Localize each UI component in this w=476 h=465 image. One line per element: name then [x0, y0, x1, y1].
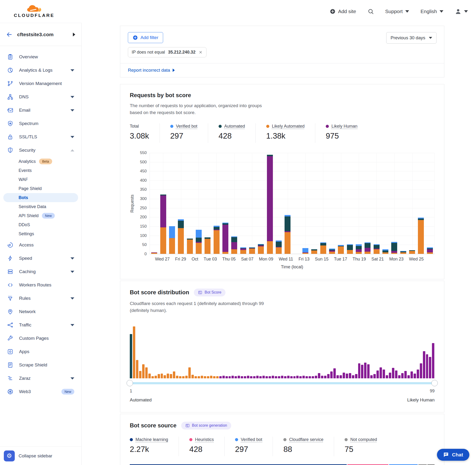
sidebar-subitem-waf[interactable]: WAF: [3, 175, 78, 184]
histogram-bar-score-68[interactable]: [337, 375, 339, 378]
add-site-button[interactable]: Add site: [330, 9, 356, 14]
histogram-bar-score-5[interactable]: [142, 364, 145, 378]
sidebar-item-network[interactable]: Network: [0, 305, 81, 318]
stacked-bar[interactable]: [214, 226, 220, 254]
histogram-bar-score-33[interactable]: [229, 376, 231, 378]
histogram-bar-score-31[interactable]: [222, 376, 225, 378]
sidebar-item-scrape-shield[interactable]: Scrape Shield: [0, 358, 81, 372]
sidebar-item-workers-routes[interactable]: Workers Routes: [0, 278, 81, 292]
sidebar-item-email[interactable]: Email: [0, 104, 81, 117]
histogram-bar-score-2[interactable]: [133, 327, 135, 378]
histogram-bar-score-8[interactable]: [151, 376, 154, 378]
histogram-bar-score-30[interactable]: [219, 376, 222, 378]
histogram-bar-score-21[interactable]: [191, 375, 194, 378]
account-menu[interactable]: [455, 8, 468, 15]
histogram-bar-score-32[interactable]: [225, 376, 228, 378]
stacked-bar[interactable]: [267, 155, 273, 254]
histogram-bar-score-22[interactable]: [195, 376, 197, 378]
stacked-bar[interactable]: [320, 242, 326, 254]
stacked-bar[interactable]: [205, 237, 211, 254]
histogram-bar-score-69[interactable]: [339, 375, 342, 378]
stacked-bar[interactable]: [302, 248, 308, 254]
score-range-slider[interactable]: [130, 382, 434, 384]
histogram-bar-score-67[interactable]: [333, 368, 336, 378]
stacked-bar[interactable]: [231, 236, 237, 254]
add-filter-button[interactable]: Add filter: [128, 32, 163, 43]
histogram-bar-score-18[interactable]: [182, 376, 185, 378]
histogram-bar-score-99[interactable]: [432, 343, 434, 378]
sidebar-item-dns[interactable]: DNS: [0, 90, 81, 104]
histogram-bar-score-25[interactable]: [204, 376, 206, 378]
collapse-sidebar-button[interactable]: Collapse sidebar: [19, 453, 52, 459]
histogram-bar-score-55[interactable]: [296, 376, 299, 378]
histogram-bar-score-16[interactable]: [176, 376, 178, 378]
filter-chip[interactable]: IP does not equal 35.212.240.32: [128, 47, 206, 57]
histogram-bar-score-54[interactable]: [293, 376, 296, 378]
stacked-bar[interactable]: [169, 226, 175, 254]
histogram-bar-score-93[interactable]: [414, 374, 416, 378]
sidebar-subitem-analytics[interactable]: AnalyticsBeta: [3, 157, 78, 166]
stacked-bar[interactable]: [196, 230, 202, 254]
histogram-bar-score-83[interactable]: [383, 370, 385, 378]
language-menu[interactable]: English: [421, 9, 443, 14]
histogram-bar-score-88[interactable]: [398, 375, 401, 378]
sidebar-subitem-events[interactable]: Events: [3, 166, 78, 175]
site-selector[interactable]: cftestsite3.com: [0, 23, 81, 46]
sidebar-item-custom-pages[interactable]: Custom Pages: [0, 332, 81, 345]
sidebar-item-overview[interactable]: Overview: [0, 50, 81, 63]
search-icon[interactable]: [368, 8, 374, 14]
sidebar-subitem-sensitive-data[interactable]: Sensitive Data: [3, 202, 78, 211]
sidebar-item-security[interactable]: Security: [0, 144, 81, 157]
close-icon[interactable]: [199, 50, 203, 54]
histogram-bar-score-94[interactable]: [417, 370, 419, 378]
stacked-bar[interactable]: [151, 252, 157, 254]
histogram-bar-score-86[interactable]: [392, 368, 394, 378]
histogram-bar-score-61[interactable]: [315, 376, 317, 378]
histogram-bar-score-1[interactable]: [130, 334, 132, 378]
histogram-bar-score-70[interactable]: [343, 373, 345, 378]
stacked-bar[interactable]: [400, 251, 406, 254]
histogram-bar-score-66[interactable]: [330, 371, 333, 378]
bot-score-generation-badge[interactable]: Bot score generation: [181, 422, 231, 430]
stacked-bar[interactable]: [427, 247, 433, 254]
histogram-bar-score-13[interactable]: [167, 374, 169, 378]
histogram-bar-score-49[interactable]: [278, 376, 280, 378]
bot-score-badge[interactable]: Bot Score: [194, 289, 225, 296]
histogram-bar-score-90[interactable]: [404, 371, 407, 378]
histogram-bar-score-35[interactable]: [234, 376, 237, 378]
histogram-bar-score-34[interactable]: [232, 376, 234, 378]
stacked-bar[interactable]: [409, 250, 415, 254]
histogram-bar-score-46[interactable]: [269, 376, 271, 378]
report-incorrect-data-link[interactable]: Report incorrect data: [128, 68, 175, 73]
stacked-bar[interactable]: [249, 247, 255, 254]
histogram-bar-score-45[interactable]: [265, 376, 268, 378]
stacked-bar[interactable]: [338, 245, 344, 254]
histogram-bar-score-50[interactable]: [281, 376, 283, 378]
sidebar-subitem-ddos[interactable]: DDoS: [3, 220, 78, 229]
histogram-bar-score-36[interactable]: [238, 376, 240, 378]
sidebar-item-web3[interactable]: Web3New: [0, 385, 81, 398]
stacked-bar[interactable]: [311, 249, 317, 254]
histogram-bar-score-11[interactable]: [161, 374, 163, 378]
histogram-bar-score-10[interactable]: [158, 374, 160, 378]
histogram-bar-score-76[interactable]: [361, 365, 363, 378]
histogram-bar-score-52[interactable]: [287, 376, 290, 378]
stacked-bar[interactable]: [222, 223, 228, 254]
sidebar-item-spectrum[interactable]: Spectrum: [0, 117, 81, 130]
histogram-bar-score-81[interactable]: [376, 370, 379, 378]
sidebar-item-traffic[interactable]: Traffic: [0, 318, 81, 332]
stacked-bar[interactable]: [347, 244, 353, 254]
histogram-bar-score-40[interactable]: [250, 376, 252, 378]
histogram-bar-score-96[interactable]: [423, 351, 425, 378]
sidebar-item-version-management[interactable]: Version Management: [0, 77, 81, 90]
histogram-bar-score-75[interactable]: [358, 363, 360, 378]
histogram-bar-score-3[interactable]: [136, 360, 138, 378]
slider-handle-max[interactable]: [432, 380, 438, 386]
histogram-bar-score-98[interactable]: [429, 357, 431, 378]
histogram-bar-score-77[interactable]: [364, 363, 367, 378]
stacked-bar[interactable]: [285, 215, 290, 254]
histogram-bar-score-73[interactable]: [352, 375, 354, 378]
histogram-bar-score-23[interactable]: [198, 376, 200, 378]
stacked-bar[interactable]: [391, 242, 397, 254]
histogram-bar-score-87[interactable]: [395, 370, 397, 378]
